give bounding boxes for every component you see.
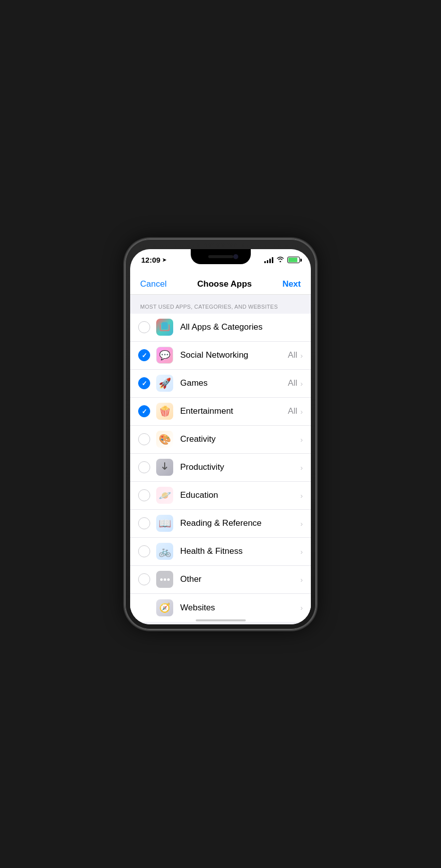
list-item[interactable]: 💬 Social Networking All › [130, 342, 311, 370]
next-button[interactable]: Next [282, 279, 301, 289]
reading-chevron: › [300, 519, 303, 528]
home-indicator[interactable] [196, 619, 246, 621]
education-chevron: › [300, 491, 303, 500]
page-title: Choose Apps [197, 279, 252, 289]
section-header: MOST USED APPS, CATEGORIES, AND WEBSITES [130, 295, 311, 314]
list-item[interactable]: All Apps & Categories [130, 314, 311, 342]
productivity-icon [156, 459, 173, 476]
speaker [208, 255, 233, 258]
phone-screen: 12:09 ➤ [130, 249, 311, 624]
footer-note: By selecting a category, all future apps… [130, 622, 311, 624]
checkbox-other[interactable] [138, 573, 150, 585]
health-icon: 🚲 [156, 543, 173, 560]
other-label: Other [180, 574, 300, 584]
reading-icon: 📖 [156, 515, 173, 532]
creativity-chevron: › [300, 435, 303, 444]
screen-body: Cancel Choose Apps Next MOST USED APPS, … [130, 271, 311, 624]
list-item[interactable]: 🚀 Games All › [130, 370, 311, 398]
checkbox-creativity[interactable] [138, 433, 150, 445]
productivity-label: Productivity [180, 462, 300, 472]
websites-chevron: › [300, 603, 303, 612]
entertainment-sub: All [288, 406, 297, 416]
websites-icon: 🧭 [156, 599, 173, 616]
list-item[interactable]: 📖 Reading & Reference › [130, 510, 311, 538]
notch [191, 249, 251, 264]
list-item[interactable]: 🍿 Entertainment All › [130, 398, 311, 426]
games-chevron: › [300, 379, 303, 388]
checkbox-entertainment[interactable] [138, 405, 150, 417]
social-icon: 💬 [156, 347, 173, 364]
checkbox-all-apps[interactable] [138, 321, 150, 333]
list-item[interactable]: Productivity › [130, 454, 311, 482]
list-item[interactable]: 🪐 Education › [130, 482, 311, 510]
social-sub: All [288, 350, 297, 360]
list-item[interactable]: Other › [130, 566, 311, 594]
status-icons [264, 256, 300, 264]
games-label: Games [180, 378, 288, 388]
creativity-icon: 🎨 [156, 431, 173, 448]
social-label: Social Networking [180, 350, 288, 360]
health-label: Health & Fitness [180, 546, 300, 556]
phone-frame: 12:09 ➤ [125, 239, 316, 629]
all-apps-icon [156, 319, 173, 336]
productivity-chevron: › [300, 463, 303, 472]
checkbox-reading[interactable] [138, 517, 150, 529]
games-icon: 🚀 [156, 375, 173, 392]
entertainment-chevron: › [300, 407, 303, 416]
games-sub: All [288, 378, 297, 388]
websites-label: Websites [180, 603, 300, 613]
nav-bar: Cancel Choose Apps Next [130, 271, 311, 295]
other-icon [156, 571, 173, 588]
cancel-button[interactable]: Cancel [140, 279, 167, 289]
education-icon: 🪐 [156, 487, 173, 504]
section-header-text: MOST USED APPS, CATEGORIES, AND WEBSITES [140, 304, 278, 310]
wifi-icon [276, 256, 284, 264]
other-chevron: › [300, 575, 303, 584]
svg-rect-2 [162, 322, 168, 329]
location-icon: ➤ [162, 257, 166, 263]
all-apps-label: All Apps & Categories [180, 322, 303, 332]
list-item[interactable]: 🚲 Health & Fitness › [130, 538, 311, 566]
signal-icon [264, 257, 273, 263]
battery-icon [287, 257, 300, 263]
social-chevron: › [300, 351, 303, 360]
health-chevron: › [300, 547, 303, 556]
list-item[interactable]: 🧭 Websites › [130, 594, 311, 622]
status-time: 12:09 ➤ [141, 256, 166, 264]
checkbox-games[interactable] [138, 377, 150, 389]
camera [233, 254, 238, 259]
education-label: Education [180, 490, 300, 500]
reading-label: Reading & Reference [180, 518, 300, 528]
checkbox-health[interactable] [138, 545, 150, 557]
checkbox-education[interactable] [138, 489, 150, 501]
apps-list: All Apps & Categories 💬 Social Networkin… [130, 314, 311, 622]
creativity-label: Creativity [180, 434, 300, 444]
entertainment-label: Entertainment [180, 406, 288, 416]
checkbox-social[interactable] [138, 349, 150, 361]
list-item[interactable]: 🎨 Creativity › [130, 426, 311, 454]
checkbox-productivity[interactable] [138, 461, 150, 473]
entertainment-icon: 🍿 [156, 403, 173, 420]
